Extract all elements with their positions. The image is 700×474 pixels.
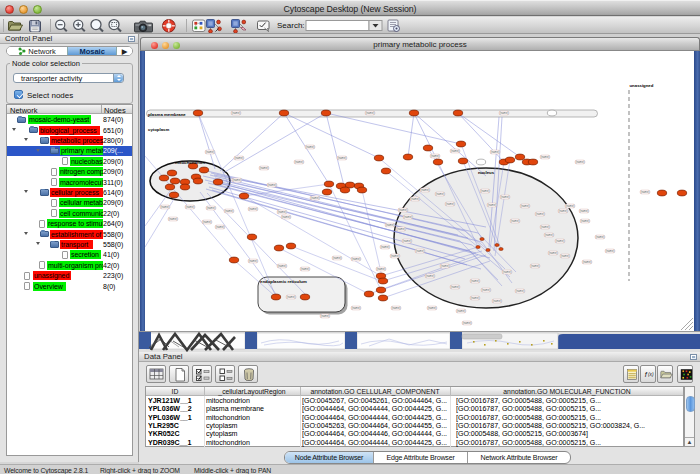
svg-text:(name): (name) <box>311 196 320 200</box>
svg-text:(name): (name) <box>352 257 361 261</box>
svg-text:(name): (name) <box>500 111 509 115</box>
svg-text:(name): (name) <box>451 285 460 289</box>
svg-text:(name): (name) <box>561 254 570 258</box>
svg-text:(name): (name) <box>451 149 460 153</box>
svg-text:(name): (name) <box>426 274 435 278</box>
svg-text:(name): (name) <box>583 260 592 264</box>
svg-text:(name): (name) <box>566 204 575 208</box>
svg-text:(name): (name) <box>333 256 342 260</box>
svg-text:(name): (name) <box>471 279 480 283</box>
svg-text:nucleus: nucleus <box>478 170 495 175</box>
svg-text:(name): (name) <box>606 249 615 253</box>
svg-text:(name): (name) <box>580 209 589 213</box>
svg-text:(name): (name) <box>521 204 530 208</box>
svg-text:(name): (name) <box>392 306 401 310</box>
svg-text:mitochondrion: mitochondrion <box>175 160 205 165</box>
svg-text:(name): (name) <box>431 154 440 158</box>
svg-text:(name): (name) <box>463 321 472 325</box>
svg-text:(name): (name) <box>416 249 425 253</box>
svg-text:(name): (name) <box>391 254 400 258</box>
svg-text:(name): (name) <box>386 223 395 227</box>
svg-text:(name): (name) <box>278 264 287 268</box>
svg-text:(name): (name) <box>216 225 225 229</box>
svg-text:(name): (name) <box>549 251 558 255</box>
svg-text:(name): (name) <box>481 189 490 193</box>
svg-text:(name): (name) <box>536 212 545 216</box>
svg-text:(name): (name) <box>641 190 650 194</box>
svg-text:(name): (name) <box>491 150 500 154</box>
svg-text:(name): (name) <box>225 209 234 213</box>
svg-text:(name): (name) <box>287 295 296 299</box>
svg-text:(name): (name) <box>511 219 520 223</box>
svg-text:(name): (name) <box>381 245 390 249</box>
svg-text:(name): (name) <box>206 150 215 154</box>
svg-text:(name): (name) <box>301 267 310 271</box>
svg-text:(name): (name) <box>352 306 361 310</box>
svg-text:(name): (name) <box>306 145 315 149</box>
svg-text:(name): (name) <box>541 155 550 159</box>
svg-text:(name): (name) <box>260 166 269 170</box>
svg-text:(name): (name) <box>321 314 330 318</box>
svg-text:(name): (name) <box>556 239 565 243</box>
svg-text:(name): (name) <box>441 264 450 268</box>
svg-text:(name): (name) <box>421 188 430 192</box>
svg-text:(name): (name) <box>295 160 304 164</box>
svg-text:(name): (name) <box>397 227 406 231</box>
svg-text:(name): (name) <box>399 208 408 212</box>
svg-text:(name): (name) <box>482 288 491 292</box>
svg-text:(name): (name) <box>403 239 412 243</box>
svg-text:endoplasmic reticulum: endoplasmic reticulum <box>260 279 307 284</box>
svg-text:(x): (x) <box>647 372 653 377</box>
svg-text:(name): (name) <box>457 309 466 313</box>
svg-text:Search:: Search: <box>277 21 305 30</box>
svg-text:(name): (name) <box>169 217 178 221</box>
svg-text:(name): (name) <box>516 289 525 293</box>
svg-text:(name): (name) <box>338 156 347 160</box>
svg-text:(name): (name) <box>559 209 568 213</box>
svg-text:plasma membrane: plasma membrane <box>148 112 186 117</box>
svg-text:(name): (name) <box>411 197 420 201</box>
svg-text:(name): (name) <box>503 270 512 274</box>
svg-text:(name): (name) <box>377 267 386 271</box>
svg-text:cytoplasm: cytoplasm <box>148 127 169 132</box>
svg-text:(name): (name) <box>233 178 242 182</box>
svg-text:(name): (name) <box>249 207 258 211</box>
svg-text:(name): (name) <box>235 156 244 160</box>
svg-text:(name): (name) <box>545 233 554 237</box>
svg-text:(name): (name) <box>268 183 277 187</box>
svg-text:(name): (name) <box>581 219 590 223</box>
svg-text:(name): (name) <box>436 192 445 196</box>
svg-text:(name): (name) <box>278 210 287 214</box>
svg-text:unassigned: unassigned <box>630 83 654 88</box>
svg-text:(name): (name) <box>161 205 170 209</box>
svg-text:(name): (name) <box>576 160 585 164</box>
svg-text:(name): (name) <box>596 235 605 239</box>
svg-text:(name): (name) <box>471 296 480 300</box>
svg-text:(name): (name) <box>232 111 241 115</box>
svg-text:(name): (name) <box>249 259 258 263</box>
svg-text:(name): (name) <box>207 206 216 210</box>
svg-text:(name): (name) <box>186 205 195 209</box>
svg-text:(name): (name) <box>501 195 510 199</box>
svg-text:(name): (name) <box>488 203 497 207</box>
svg-text:(name): (name) <box>446 202 455 206</box>
svg-text:(name): (name) <box>428 306 437 310</box>
svg-text:(name): (name) <box>531 264 540 268</box>
svg-text:(name): (name) <box>282 215 291 219</box>
svg-text:(name): (name) <box>404 215 413 219</box>
svg-text:(name): (name) <box>541 225 550 229</box>
svg-text:(name): (name) <box>366 111 375 115</box>
svg-text:(name): (name) <box>493 299 502 303</box>
svg-text:(name): (name) <box>203 220 212 224</box>
